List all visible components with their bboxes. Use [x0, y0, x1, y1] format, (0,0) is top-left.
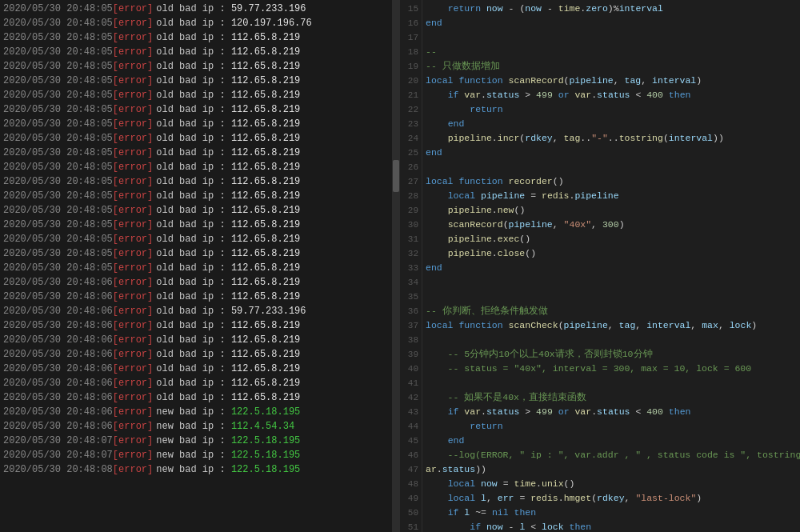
code-line[interactable] [426, 30, 797, 45]
code-line[interactable]: if now - l < lock then [426, 520, 797, 532]
code-line[interactable]: --log(ERROR, " ip : ", var.addr , " , st… [426, 448, 797, 462]
log-timestamp: 2020/05/30 20:48:07 [3, 434, 113, 448]
code-line[interactable]: end [426, 117, 797, 131]
code-line[interactable]: scanRecord(pipeline, "40x", 300) [426, 218, 797, 232]
scrollbar-thumb[interactable] [393, 160, 399, 192]
line-number: 46 [402, 448, 418, 462]
log-message: old bad ip : 112.65.8.219 [156, 347, 300, 362]
code-line[interactable] [426, 275, 797, 290]
log-message: old bad ip : 112.65.8.219 [156, 102, 300, 117]
log-timestamp: 2020/05/30 20:48:05 [3, 261, 113, 275]
log-level: [error] [113, 2, 153, 16]
code-line[interactable]: ar.status)) [426, 462, 797, 477]
log-ip-address: 112.65.8.219 [231, 291, 300, 302]
log-line: 2020/05/30 20:48:05 [error] old bad ip :… [0, 2, 392, 16]
log-timestamp: 2020/05/30 20:48:05 [3, 59, 113, 74]
code-line[interactable]: pipeline.close() [426, 246, 797, 261]
code-line[interactable] [426, 376, 797, 390]
code-line[interactable]: end [426, 261, 797, 275]
code-line[interactable]: pipeline.new() [426, 203, 797, 218]
log-timestamp: 2020/05/30 20:48:05 [3, 160, 113, 174]
code-line[interactable]: local pipeline = redis.pipeline [426, 189, 797, 203]
log-level: [error] [113, 45, 153, 59]
line-number: 26 [402, 160, 418, 174]
code-line[interactable]: pipeline.incr(rdkey, tag.."-"..tostring(… [426, 131, 797, 146]
line-number: 18 [402, 45, 418, 59]
log-level: [error] [113, 203, 153, 218]
code-editor-panel[interactable]: 1516171819202122232425262728293031323334… [400, 0, 800, 532]
code-area: 1516171819202122232425262728293031323334… [400, 0, 800, 532]
log-ip-address: 112.65.8.219 [231, 262, 300, 274]
log-line: 2020/05/30 20:48:05 [error] old bad ip :… [0, 45, 392, 59]
line-number: 42 [402, 390, 418, 405]
code-line[interactable]: end [426, 434, 797, 448]
code-line[interactable] [426, 160, 797, 174]
log-timestamp: 2020/05/30 20:48:06 [3, 376, 113, 390]
log-panel[interactable]: 2020/05/30 20:48:05 [error] old bad ip :… [0, 0, 392, 532]
line-number: 33 [402, 261, 418, 275]
log-line: 2020/05/30 20:48:05 [error] old bad ip :… [0, 232, 392, 246]
log-line: 2020/05/30 20:48:06 [error] old bad ip :… [0, 290, 392, 304]
code-line[interactable]: return now - (now - time.zero)%interval [426, 2, 797, 16]
log-message: new bad ip : 112.4.54.34 [156, 419, 294, 434]
log-level: [error] [113, 146, 153, 160]
scrollbar-divider[interactable] [392, 0, 400, 532]
log-message: new bad ip : 122.5.18.195 [156, 405, 300, 419]
log-line: 2020/05/30 20:48:05 [error] old bad ip :… [0, 131, 392, 146]
log-line: 2020/05/30 20:48:06 [error] new bad ip :… [0, 419, 392, 434]
log-line: 2020/05/30 20:48:07 [error] new bad ip :… [0, 434, 392, 448]
log-message: old bad ip : 112.65.8.219 [156, 45, 300, 59]
log-level: [error] [113, 318, 153, 333]
code-line[interactable]: if l ~= nil then [426, 506, 797, 520]
log-line: 2020/05/30 20:48:05 [error] old bad ip :… [0, 16, 392, 30]
log-timestamp: 2020/05/30 20:48:05 [3, 2, 113, 16]
code-line[interactable]: -- 5分钟内10个以上40x请求，否则封锁10分钟 [426, 347, 797, 362]
log-timestamp: 2020/05/30 20:48:06 [3, 290, 113, 304]
code-line[interactable]: pipeline.exec() [426, 232, 797, 246]
code-line[interactable] [426, 333, 797, 347]
line-number: 48 [402, 477, 418, 491]
code-line[interactable] [426, 290, 797, 304]
code-line[interactable]: local function recorder() [426, 174, 797, 189]
code-line[interactable]: local now = time.unix() [426, 477, 797, 491]
code-line[interactable]: -- status = "40x", interval = 300, max =… [426, 362, 797, 376]
log-ip-address: 112.65.8.219 [231, 320, 300, 331]
log-message: old bad ip : 112.65.8.219 [156, 261, 300, 275]
line-number: 32 [402, 246, 418, 261]
code-line[interactable]: end [426, 146, 797, 160]
log-level: [error] [113, 88, 153, 102]
code-line[interactable]: if var.status > 499 or var.status < 400 … [426, 405, 797, 419]
code-line[interactable]: local l, err = redis.hmget(rdkey, "last-… [426, 491, 797, 506]
log-level: [error] [113, 30, 153, 45]
log-ip-address: 120.197.196.76 [231, 18, 312, 29]
log-message: old bad ip : 112.65.8.219 [156, 246, 300, 261]
code-line[interactable]: -- [426, 45, 797, 59]
code-line[interactable]: local function scanRecord(pipeline, tag,… [426, 74, 797, 88]
log-level: [error] [113, 246, 153, 261]
log-ip-address: 112.65.8.219 [231, 147, 300, 158]
log-line: 2020/05/30 20:48:06 [error] old bad ip :… [0, 275, 392, 290]
log-timestamp: 2020/05/30 20:48:06 [3, 405, 113, 419]
code-line[interactable]: return [426, 102, 797, 117]
code-line[interactable]: -- 如果不是40x，直接结束函数 [426, 390, 797, 405]
log-message: old bad ip : 112.65.8.219 [156, 232, 300, 246]
line-number: 41 [402, 376, 418, 390]
code-lines[interactable]: return now - (now - time.zero)%intervale… [422, 0, 800, 532]
log-timestamp: 2020/05/30 20:48:05 [3, 102, 113, 117]
code-line[interactable]: -- 你判断、拒绝条件触发做 [426, 304, 797, 318]
line-number: 25 [402, 146, 418, 160]
log-ip-address: 112.65.8.219 [231, 176, 300, 187]
code-line[interactable]: return [426, 419, 797, 434]
log-level: [error] [113, 434, 153, 448]
code-line[interactable]: -- 只做数据增加 [426, 59, 797, 74]
code-line[interactable]: local function scanCheck(pipeline, tag, … [426, 318, 797, 333]
log-message: old bad ip : 112.65.8.219 [156, 390, 300, 405]
code-line[interactable]: end [426, 16, 797, 30]
code-line[interactable]: if var.status > 499 or var.status < 400 … [426, 88, 797, 102]
log-level: [error] [113, 462, 153, 477]
log-line: 2020/05/30 20:48:06 [error] old bad ip :… [0, 390, 392, 405]
log-ip-address: 112.65.8.219 [231, 61, 300, 72]
log-line: 2020/05/30 20:48:05 [error] old bad ip :… [0, 189, 392, 203]
line-number: 28 [402, 189, 418, 203]
log-line: 2020/05/30 20:48:05 [error] old bad ip :… [0, 160, 392, 174]
